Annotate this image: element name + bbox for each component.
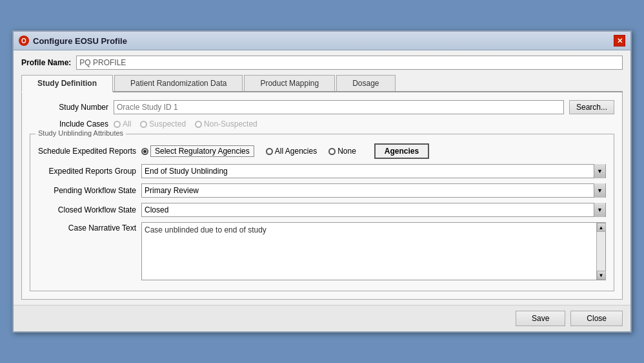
tab-product-mapping[interactable]: Product Mapping [244, 75, 335, 91]
study-number-row: Study Number Search... [30, 100, 614, 114]
narrative-scrollbar: ▲ ▼ [596, 223, 605, 280]
radio-non-suspected-button[interactable] [195, 121, 202, 128]
pending-workflow-value: Primary Review [142, 186, 594, 195]
schedule-row: Schedule Expedited Reports Select Regula… [38, 143, 606, 159]
closed-workflow-arrow[interactable]: ▼ [594, 203, 605, 217]
scroll-track [597, 232, 605, 271]
none-label: None [337, 147, 356, 156]
tab-study-definition[interactable]: Study Definition [21, 75, 113, 92]
search-button[interactable]: Search... [569, 100, 614, 114]
pending-workflow-label: Pending Workflow State [38, 186, 141, 195]
study-number-label: Study Number [30, 103, 114, 112]
pending-workflow-select[interactable]: Primary Review ▼ [141, 183, 606, 198]
expedited-group-select[interactable]: End of Study Unblinding ▼ [141, 164, 606, 178]
expedited-group-row: Expedited Reports Group End of Study Unb… [38, 164, 606, 178]
radio-all-agencies[interactable]: All Agencies [266, 147, 317, 156]
radio-none-button[interactable] [328, 148, 336, 155]
radio-all-agencies-button[interactable] [266, 148, 273, 155]
title-bar-left: O Configure EOSU Profile [19, 36, 127, 46]
study-number-input[interactable] [114, 100, 564, 114]
tab-patient-randomization[interactable]: Patient Randomization Data [114, 75, 243, 91]
expedited-group-arrow[interactable]: ▼ [594, 164, 605, 178]
schedule-options: Select Regulatory Agencies All Agencies … [141, 143, 429, 159]
save-button[interactable]: Save [516, 311, 565, 326]
narrative-row: Case Narrative Text Case unblinded due t… [38, 222, 606, 280]
include-cases-row: Include Cases All Suspected Non-Suspecte… [30, 119, 614, 129]
dialog-body: Profile Name: Study Definition Patient R… [14, 50, 630, 305]
closed-workflow-row: Closed Workflow State Closed ▼ [38, 203, 606, 217]
radio-suspected[interactable]: Suspected [140, 119, 186, 129]
tabs-container: Study Definition Patient Randomization D… [21, 75, 623, 92]
close-button[interactable]: Close [570, 311, 623, 326]
radio-all[interactable]: All [114, 119, 131, 129]
study-unblinding-group: Study Unblinding Attributes Schedule Exp… [30, 134, 614, 291]
include-cases-label: Include Cases [30, 119, 114, 129]
radio-non-suspected-label: Non-Suspected [204, 119, 257, 129]
dialog-footer: Save Close [14, 305, 630, 331]
closed-workflow-value: Closed [142, 205, 594, 214]
profile-name-row: Profile Name: [21, 56, 623, 70]
scroll-down-button[interactable]: ▼ [597, 271, 606, 280]
pending-workflow-row: Pending Workflow State Primary Review ▼ [38, 183, 606, 198]
close-icon[interactable]: ✕ [614, 35, 625, 47]
scroll-up-button[interactable]: ▲ [597, 223, 606, 232]
narrative-wrapper: Case unblinded due to end of study ▲ ▼ [141, 222, 606, 280]
tab-content-study-definition: Study Number Search... Include Cases All… [21, 92, 623, 300]
radio-none[interactable]: None [328, 147, 356, 156]
radio-suspected-button[interactable] [140, 121, 147, 128]
group-box-title: Study Unblinding Attributes [35, 129, 126, 137]
schedule-label: Schedule Expedited Reports [38, 147, 141, 156]
radio-non-suspected[interactable]: Non-Suspected [195, 119, 257, 129]
radio-all-label: All [123, 119, 131, 129]
pending-workflow-arrow[interactable]: ▼ [594, 183, 605, 198]
radio-all-button[interactable] [114, 121, 121, 128]
closed-workflow-select[interactable]: Closed ▼ [141, 203, 606, 217]
app-icon: O [19, 36, 29, 46]
title-bar: O Configure EOSU Profile ✕ [14, 32, 630, 50]
narrative-label: Case Narrative Text [38, 222, 141, 233]
tab-dosage[interactable]: Dosage [336, 75, 395, 91]
profile-name-label: Profile Name: [21, 58, 71, 67]
configure-eosu-dialog: O Configure EOSU Profile ✕ Profile Name:… [12, 30, 632, 333]
narrative-text[interactable]: Case unblinded due to end of study [142, 223, 596, 280]
include-cases-radio-group: All Suspected Non-Suspected [114, 119, 264, 129]
select-regulatory-label: Select Regulatory Agencies [150, 145, 254, 157]
expedited-group-label: Expedited Reports Group [38, 167, 141, 176]
dialog-title: Configure EOSU Profile [33, 36, 127, 46]
radio-select-regulatory[interactable]: Select Regulatory Agencies [141, 145, 254, 157]
expedited-group-value: End of Study Unblinding [142, 167, 594, 176]
radio-suspected-label: Suspected [149, 119, 186, 129]
radio-select-regulatory-button[interactable] [141, 148, 148, 155]
closed-workflow-label: Closed Workflow State [38, 205, 141, 214]
agencies-button[interactable]: Agencies [374, 143, 429, 159]
profile-name-input[interactable] [76, 56, 623, 70]
all-agencies-label: All Agencies [275, 147, 317, 156]
